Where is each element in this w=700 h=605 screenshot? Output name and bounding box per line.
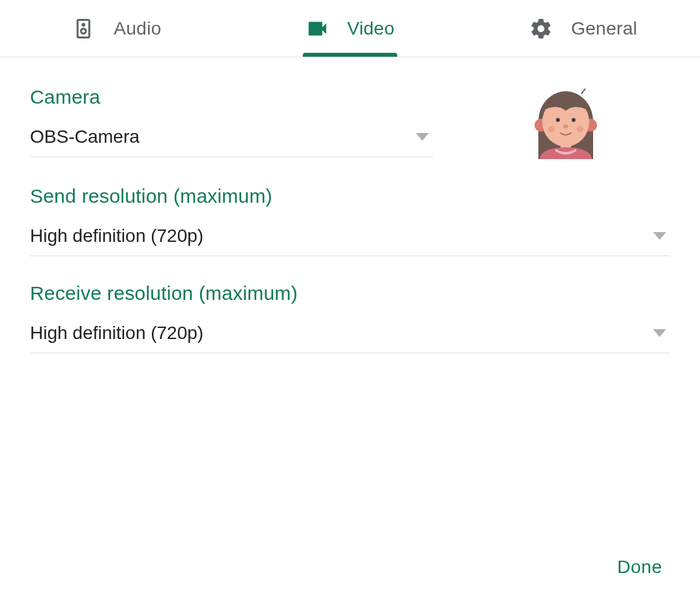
send-resolution-label: Send resolution (maximum) [30, 185, 670, 207]
chevron-down-icon [653, 232, 666, 240]
camera-section-label: Camera [30, 86, 433, 108]
send-resolution-value: High definition (720p) [30, 226, 203, 246]
tab-general[interactable]: General [467, 0, 700, 57]
chevron-down-icon [416, 133, 429, 141]
tab-video[interactable]: Video [233, 0, 467, 57]
svg-point-5 [563, 125, 568, 128]
svg-point-6 [548, 126, 555, 132]
send-resolution-select[interactable]: High definition (720p) [30, 219, 670, 256]
svg-point-4 [572, 118, 576, 122]
done-button[interactable]: Done [617, 557, 662, 578]
camera-preview [501, 86, 631, 159]
chevron-down-icon [653, 329, 666, 337]
tab-audio[interactable]: Audio [0, 0, 233, 57]
receive-resolution-select[interactable]: High definition (720p) [30, 316, 670, 353]
camera-select[interactable]: OBS-Camera [30, 120, 433, 157]
receive-resolution-label: Receive resolution (maximum) [30, 282, 670, 304]
receive-resolution-value: High definition (720p) [30, 323, 203, 344]
gear-icon [529, 17, 553, 40]
settings-tabs: Audio Video General [0, 0, 700, 57]
camera-select-value: OBS-Camera [30, 126, 139, 147]
tab-audio-label: Audio [113, 18, 161, 39]
tab-video-label: Video [347, 18, 395, 39]
svg-point-7 [577, 126, 583, 132]
svg-point-3 [556, 118, 560, 122]
tab-general-label: General [571, 18, 637, 39]
speaker-icon [72, 17, 95, 40]
videocam-icon [306, 17, 329, 40]
